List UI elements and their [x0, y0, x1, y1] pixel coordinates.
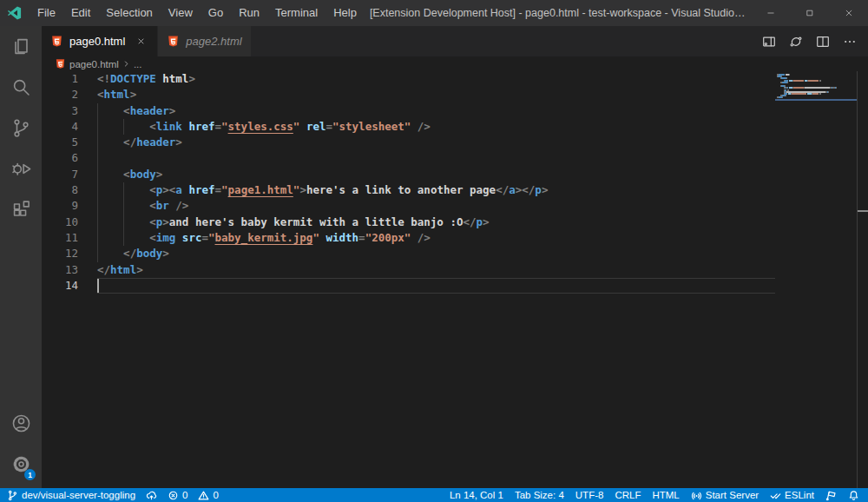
- activitybar-extensions[interactable]: [0, 189, 42, 230]
- activitybar-debug[interactable]: [0, 149, 42, 189]
- code-line-7[interactable]: 7 <body>: [42, 167, 775, 182]
- status-eol[interactable]: CRLF: [615, 490, 641, 500]
- split-editor-icon: [816, 35, 830, 49]
- feedback-icon: [825, 490, 837, 501]
- code-text: [97, 278, 775, 294]
- error-icon: [168, 490, 179, 501]
- activitybar-account[interactable]: [0, 403, 42, 444]
- status-errors[interactable]: 0: [168, 490, 187, 501]
- code-line-13[interactable]: 13</html>: [42, 262, 775, 278]
- account-icon: [11, 413, 31, 433]
- code-editor[interactable]: 1<!DOCTYPE html>2<html>3 <header>4 <link…: [42, 71, 868, 488]
- indent-guide: [97, 135, 98, 150]
- minimap[interactable]: [775, 71, 858, 488]
- status-eslint[interactable]: ESLint: [770, 490, 814, 501]
- status-start-server[interactable]: Start Server: [691, 490, 759, 501]
- main-area: 1 page0.htmlpage2.html page0.html ... 1<…: [0, 26, 868, 488]
- menu-go[interactable]: Go: [201, 0, 231, 26]
- breadcrumb-item-more[interactable]: ...: [134, 59, 142, 69]
- activitybar-settings[interactable]: 1: [0, 444, 42, 485]
- status-publish-changes[interactable]: [146, 490, 157, 501]
- menu-file[interactable]: File: [30, 0, 63, 26]
- code-text: <body>: [97, 167, 775, 182]
- close-button[interactable]: [829, 0, 868, 26]
- code-line-10[interactable]: 10 <p>and here's baby kermit with a litt…: [42, 215, 775, 230]
- activity-bar-top: [0, 26, 42, 230]
- maximize-icon: [806, 9, 814, 17]
- status-notifications[interactable]: [848, 490, 859, 501]
- code-text: </html>: [97, 262, 775, 278]
- code-line-14[interactable]: 14: [42, 278, 775, 294]
- vscode-logo-icon: [7, 5, 23, 21]
- close-tab-button[interactable]: [133, 34, 148, 50]
- open-preview-button[interactable]: [757, 30, 780, 53]
- activitybar-source-control[interactable]: [0, 108, 42, 149]
- indent-guide: [123, 119, 124, 135]
- status-bar-left: dev/visual-server-toggling00: [7, 490, 219, 501]
- code-line-3[interactable]: 3 <header>: [42, 103, 775, 119]
- menu-terminal[interactable]: Terminal: [267, 0, 326, 26]
- code-line-11[interactable]: 11 <img src="baby_kermit.jpg" width="200…: [42, 230, 775, 246]
- maximize-button[interactable]: [790, 0, 829, 26]
- bell-icon: [848, 490, 859, 501]
- status-cursor-position[interactable]: Ln 14, Col 1: [450, 490, 503, 500]
- menu-help[interactable]: Help: [326, 0, 365, 26]
- code-line-1[interactable]: 1<!DOCTYPE html>: [42, 71, 775, 87]
- activitybar-files[interactable]: [0, 26, 42, 67]
- activitybar-search[interactable]: [0, 67, 42, 108]
- menu-run[interactable]: Run: [231, 0, 267, 26]
- line-number: 2: [42, 87, 97, 102]
- line-number: 7: [42, 167, 97, 182]
- line-number: 6: [42, 150, 97, 166]
- code-line-6[interactable]: 6: [42, 150, 775, 166]
- broadcast-icon: [691, 490, 702, 501]
- code-text: [97, 150, 775, 166]
- code-text: <html>: [97, 87, 775, 102]
- minimize-icon: [766, 9, 775, 17]
- menu-edit[interactable]: Edit: [63, 0, 98, 26]
- status-feedback[interactable]: [825, 490, 837, 501]
- git-branch-icon: [7, 490, 18, 501]
- html-file-icon: [50, 35, 63, 48]
- cloud-upload-icon: [146, 490, 157, 501]
- code-line-12[interactable]: 12 </body>: [42, 246, 775, 261]
- open-changes-button[interactable]: [784, 30, 807, 53]
- status-encoding-label: UTF-8: [575, 490, 604, 500]
- code-line-2[interactable]: 2<html>: [42, 87, 775, 102]
- status-bar-right: Ln 14, Col 1Tab Size: 4UTF-8CRLFHTMLStar…: [450, 490, 859, 501]
- tab-page0.html[interactable]: page0.html: [42, 26, 158, 56]
- files-icon: [11, 36, 31, 56]
- tab-label: page0.html: [69, 35, 125, 48]
- code-line-9[interactable]: 9 <br />: [42, 198, 775, 214]
- indent-guide: [97, 119, 98, 135]
- line-number: 13: [42, 262, 97, 278]
- more-button[interactable]: [838, 30, 861, 53]
- status-branch[interactable]: dev/visual-server-toggling: [7, 490, 135, 501]
- line-number: 3: [42, 103, 97, 119]
- indent-guide: [97, 167, 98, 182]
- code-line-8[interactable]: 8 <p><a href="page1.html">here's a link …: [42, 182, 775, 198]
- line-number: 11: [42, 230, 97, 246]
- close-icon: [137, 37, 145, 45]
- tabs: page0.htmlpage2.html: [42, 26, 252, 56]
- status-branch-label: dev/visual-server-toggling: [22, 490, 135, 500]
- status-encoding[interactable]: UTF-8: [575, 490, 604, 500]
- menu-selection[interactable]: Selection: [98, 0, 160, 26]
- minimap-line: [777, 82, 788, 83]
- breadcrumb-separator: [122, 60, 130, 68]
- split-editor-button[interactable]: [811, 30, 834, 53]
- status-eol-label: CRLF: [615, 490, 641, 500]
- code-line-5[interactable]: 5 </header>: [42, 135, 775, 150]
- status-warnings[interactable]: 0: [198, 490, 218, 501]
- code-line-4[interactable]: 4 <link href="styles.css" rel="styleshee…: [42, 119, 775, 135]
- status-language-mode[interactable]: HTML: [652, 490, 679, 500]
- menu-view[interactable]: View: [161, 0, 201, 26]
- breadcrumb-item-file[interactable]: page0.html: [69, 59, 119, 69]
- vertical-scrollbar[interactable]: [857, 71, 868, 488]
- status-indentation[interactable]: Tab Size: 4: [515, 490, 564, 500]
- line-number: 10: [42, 215, 97, 230]
- open-changes-icon: [789, 35, 803, 49]
- minimize-button[interactable]: [751, 0, 790, 26]
- indent-guide: [97, 246, 98, 261]
- tab-page2.html[interactable]: page2.html: [158, 26, 251, 56]
